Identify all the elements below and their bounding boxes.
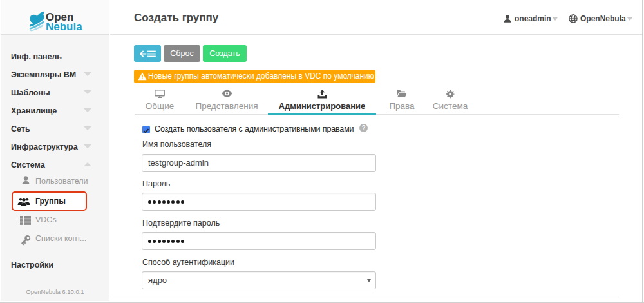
- svg-text:Nebula: Nebula: [46, 21, 82, 32]
